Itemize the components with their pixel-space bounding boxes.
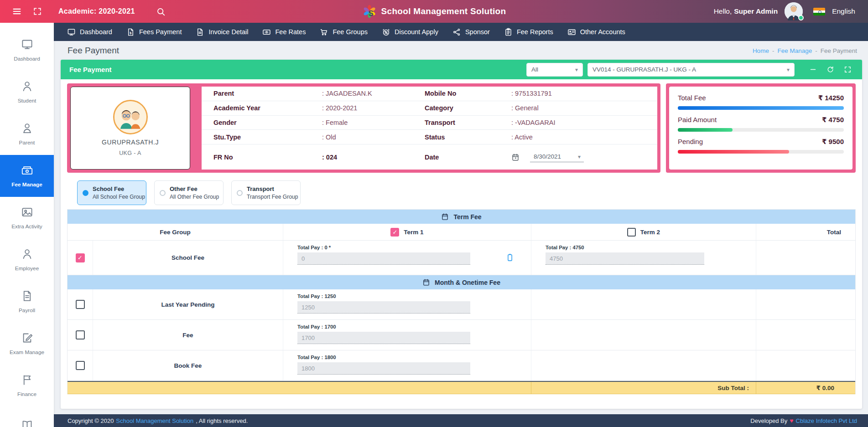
fee-group-name: Fee (93, 320, 283, 350)
chevron-down-icon (575, 66, 578, 73)
book-icon (21, 419, 33, 427)
sidebar-item-library[interactable] (0, 406, 54, 427)
sidebar: Dashboard Student Parent Fee Manage Extr… (0, 23, 54, 427)
fee-type-tabs: School Fee All School Fee Group Other Fe… (77, 180, 856, 205)
pay-label: Total Pay : 1700 (297, 324, 531, 329)
user-name: Super Admin (734, 7, 778, 15)
radio-transport-fee[interactable] (237, 190, 243, 196)
school-fee-checkbox[interactable] (76, 253, 85, 262)
calendar-icon (511, 153, 520, 161)
collapse-icon[interactable] (809, 66, 817, 73)
discount-percent-icon (382, 28, 390, 36)
search-icon[interactable] (156, 7, 166, 16)
id-card-icon (567, 28, 576, 36)
book-fee-amount-input[interactable] (297, 362, 470, 375)
copy-amount-icon[interactable] (505, 253, 515, 262)
sidebar-item-exam-manage[interactable]: Exam Manage (0, 323, 54, 365)
pending-progress (678, 150, 844, 154)
nav-item-dashboard[interactable]: Dashboard (67, 28, 112, 36)
student-photo-card: GURUPRASATH.J UKG - A (70, 87, 190, 170)
academic-year-label[interactable]: Academic: 2020-2021 (58, 7, 135, 15)
term1-checkbox[interactable] (390, 228, 399, 237)
row-total-cell (756, 320, 855, 350)
radio-other-fee[interactable] (160, 190, 166, 196)
total-fee-summary: Total Fee ₹ 14250 (678, 94, 844, 110)
nav-item-discount-apply[interactable]: Discount Apply (382, 28, 438, 36)
book-fee-checkbox[interactable] (76, 361, 85, 370)
sidebar-item-fee-manage[interactable]: Fee Manage (0, 155, 54, 197)
nav-item-sponsor[interactable]: Sponsor (452, 28, 490, 36)
detail-row-date: FR No : 024 Date 8/30/2021 (202, 144, 657, 170)
row-total-cell (756, 241, 855, 275)
india-flag-icon (813, 8, 825, 15)
sidebar-item-payroll[interactable]: Payroll (0, 281, 54, 323)
panel-title: Fee Payment (69, 66, 112, 73)
cash-icon (21, 164, 33, 176)
sidebar-item-dashboard[interactable]: Dashboard (0, 29, 54, 71)
language-selector[interactable]: English (832, 7, 855, 15)
fee-table: Term Fee Fee Group Term 1 Term 2 Total (67, 209, 856, 394)
term2-amount-input[interactable] (546, 252, 704, 265)
avatar[interactable] (785, 2, 803, 21)
row-total-cell (756, 350, 855, 381)
fee-row: Fee Total Pay : 1700 (68, 320, 855, 350)
term2-checkbox[interactable] (627, 228, 636, 237)
fee-filter-select[interactable]: All (526, 63, 583, 77)
nav-item-fees-payment[interactable]: $ Fees Payment (126, 28, 182, 36)
nav-item-other-accounts[interactable]: Other Accounts (567, 28, 625, 36)
breadcrumb-fee-manage[interactable]: Fee Manage (777, 47, 812, 54)
page-title: Fee Payment (68, 46, 119, 56)
monitor-icon (67, 28, 76, 36)
fee-table-header: Fee Group Term 1 Term 2 Total (68, 224, 855, 241)
radio-school-fee[interactable] (83, 190, 88, 196)
sidebar-item-parent[interactable]: Parent (0, 113, 54, 155)
expand-icon[interactable] (844, 66, 852, 73)
footer-brand-link[interactable]: School Management Solution (116, 417, 193, 424)
refresh-icon[interactable] (826, 66, 834, 73)
student-photo (113, 100, 148, 134)
finance-flag-icon (21, 374, 33, 386)
last-year-pending-checkbox[interactable] (76, 300, 85, 309)
detail-row: Parent : JAGADESAN.K Mobile No : 9751331… (202, 87, 657, 101)
term1-amount-input[interactable] (297, 252, 470, 265)
fee-checkbox[interactable] (76, 330, 85, 340)
row-total-cell (756, 289, 855, 319)
module-navbar: Dashboard $ Fees Payment Invoice Detail … (54, 23, 868, 41)
breadcrumb-current: Fee Payment (821, 47, 857, 54)
hamburger-menu-icon[interactable] (12, 6, 22, 16)
last-year-pending-row: Last Year Pending Total Pay : 1250 (68, 289, 855, 320)
nav-item-invoice-detail[interactable]: Invoice Detail (196, 28, 248, 36)
image-icon (21, 206, 33, 218)
last-year-pending-input[interactable] (297, 301, 470, 314)
date-select[interactable]: 8/30/2021 (530, 152, 584, 162)
tab-school-fee[interactable]: School Fee All School Fee Group (77, 180, 146, 205)
heart-icon: ♥ (790, 417, 793, 424)
breadcrumb-home[interactable]: Home (753, 47, 769, 54)
sidebar-item-extra-activity[interactable]: Extra Activity (0, 197, 54, 239)
fee-amount-input[interactable] (297, 332, 470, 344)
footer-company-link[interactable]: Cblaze Infotech Pvt Ltd (796, 417, 857, 424)
detail-row: Academic Year : 2020-2021 Category : Gen… (202, 101, 657, 116)
fee-summary-panel: Total Fee ₹ 14250 Paid Amount ₹ 4750 (666, 83, 856, 173)
fullscreen-icon[interactable] (33, 7, 42, 16)
money-card-icon (262, 28, 271, 36)
nav-item-fee-reports[interactable]: Fee Reports (504, 28, 553, 36)
fee-group-name: School Fee (93, 241, 283, 275)
tab-other-fee[interactable]: Other Fee All Other Fee Group (154, 180, 223, 205)
fee-group-name: Last Year Pending (93, 289, 283, 319)
student-select[interactable]: VV014 - GURUPRASATH.J - UKG - A (587, 63, 795, 77)
online-status-dot (798, 15, 804, 21)
pay-label: Total Pay : 1800 (297, 355, 531, 360)
employee-person-icon (21, 248, 33, 260)
col-term2: Term 2 (531, 224, 756, 240)
panel-header: Fee Payment All VV014 - GURUPRASATH.J - … (61, 60, 862, 79)
cart-icon (320, 28, 328, 36)
detail-row: Gender : Female Transport : -VADAGARAI (202, 116, 657, 130)
sidebar-item-employee[interactable]: Employee (0, 239, 54, 281)
sidebar-item-finance[interactable]: Finance (0, 365, 54, 406)
nav-item-fee-rates[interactable]: Fee Rates (262, 28, 306, 36)
sidebar-item-student[interactable]: Student (0, 71, 54, 113)
nav-item-fee-groups[interactable]: Fee Groups (320, 28, 368, 36)
tab-transport-fee[interactable]: Transport Transport Fee Group (231, 180, 301, 205)
student-info-panel: GURUPRASATH.J UKG - A Parent : JAGADESAN… (67, 83, 660, 173)
